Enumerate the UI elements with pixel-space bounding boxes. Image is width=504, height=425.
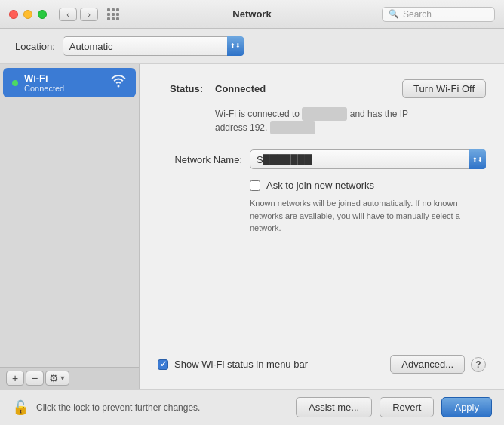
add-network-button[interactable]: + bbox=[6, 371, 24, 386]
network-gear-button[interactable]: ⚙ ▼ bbox=[45, 371, 69, 386]
back-button[interactable]: ‹ bbox=[59, 8, 77, 21]
advanced-button[interactable]: Advanced... bbox=[390, 355, 465, 374]
sidebar-item-content: Wi-Fi Connected bbox=[24, 72, 64, 93]
traffic-lights bbox=[9, 10, 47, 19]
turn-wifi-off-button[interactable]: Turn Wi-Fi Off bbox=[402, 79, 486, 98]
remove-network-button[interactable]: − bbox=[26, 371, 44, 386]
help-button[interactable]: ? bbox=[471, 357, 486, 372]
app-grid-button[interactable] bbox=[107, 8, 119, 20]
lock-text: Click the lock to prevent further change… bbox=[36, 402, 288, 413]
search-placeholder: Search bbox=[403, 9, 432, 20]
network-name-row: Network Name: S███████ bbox=[158, 149, 486, 169]
gear-icon: ⚙ bbox=[49, 372, 59, 384]
status-row: Status: Connected Turn Wi-Fi Off bbox=[158, 79, 486, 98]
nav-buttons: ‹ › bbox=[59, 8, 98, 21]
location-label: Location: bbox=[15, 41, 55, 52]
body-area: Wi-Fi Connected + − bbox=[0, 64, 504, 389]
titlebar: ‹ › Network 🔍 Search bbox=[0, 0, 504, 29]
show-menubar-checkbox[interactable] bbox=[158, 359, 168, 370]
wifi-status-dot bbox=[12, 80, 18, 86]
apply-button[interactable]: Apply bbox=[441, 397, 492, 417]
sidebar: Wi-Fi Connected + − bbox=[0, 64, 140, 389]
main-content: Location: Automatic Wi-Fi Connected bbox=[0, 29, 504, 425]
location-select[interactable]: Automatic bbox=[63, 36, 244, 56]
minimize-button[interactable] bbox=[23, 10, 32, 19]
ask-join-checkbox[interactable] bbox=[250, 180, 260, 191]
wifi-icon bbox=[110, 75, 127, 90]
ask-join-row: Ask to join new networks bbox=[250, 180, 486, 191]
revert-button[interactable]: Revert bbox=[380, 397, 434, 417]
sidebar-list: Wi-Fi Connected bbox=[0, 64, 139, 367]
connection-info: Wi-Fi is connected to and has the IP add… bbox=[215, 107, 486, 134]
hint-text: Known networks will be joined automatica… bbox=[250, 197, 476, 235]
grid-icon bbox=[107, 8, 119, 20]
gear-chevron-icon: ▼ bbox=[60, 374, 66, 382]
bottom-area: Show Wi-Fi status in menu bar Advanced..… bbox=[158, 355, 486, 374]
show-menubar-row: Show Wi-Fi status in menu bar Advanced..… bbox=[158, 355, 486, 374]
network-name-select[interactable]: S███████ bbox=[250, 149, 486, 169]
ask-join-label: Ask to join new networks bbox=[266, 180, 374, 191]
maximize-button[interactable] bbox=[38, 10, 47, 19]
window-title: Network bbox=[232, 8, 271, 20]
search-box[interactable]: 🔍 Search bbox=[382, 7, 495, 22]
forward-button[interactable]: › bbox=[80, 8, 98, 21]
address-prefix: address 192. bbox=[215, 122, 267, 133]
connection-info-text: Wi-Fi is connected to bbox=[215, 109, 300, 119]
footer: 🔓 Click the lock to prevent further chan… bbox=[0, 389, 504, 425]
network-select-wrapper: S███████ bbox=[250, 149, 486, 169]
sidebar-item-status: Connected bbox=[24, 84, 64, 93]
assist-me-button[interactable]: Assist me... bbox=[296, 397, 372, 417]
network-name-label: Network Name: bbox=[158, 154, 242, 165]
location-select-wrapper: Automatic bbox=[63, 36, 244, 56]
status-label: Status: bbox=[158, 83, 203, 94]
blurred-network-name bbox=[302, 107, 347, 121]
show-menubar-label: Show Wi-Fi status in menu bar bbox=[174, 359, 384, 370]
sidebar-toolbar: + − ⚙ ▼ bbox=[0, 367, 139, 389]
sidebar-item-name: Wi-Fi bbox=[24, 72, 64, 84]
right-panel: Status: Connected Turn Wi-Fi Off Wi-Fi i… bbox=[140, 64, 504, 389]
lock-icon[interactable]: 🔓 bbox=[12, 399, 29, 416]
search-icon: 🔍 bbox=[389, 9, 399, 19]
location-bar: Location: Automatic bbox=[0, 29, 504, 64]
status-value: Connected bbox=[215, 83, 390, 94]
connection-info-text2: and has the IP bbox=[350, 109, 408, 119]
blurred-ip bbox=[270, 121, 315, 134]
sidebar-item-wifi[interactable]: Wi-Fi Connected bbox=[3, 68, 136, 97]
close-button[interactable] bbox=[9, 10, 18, 19]
